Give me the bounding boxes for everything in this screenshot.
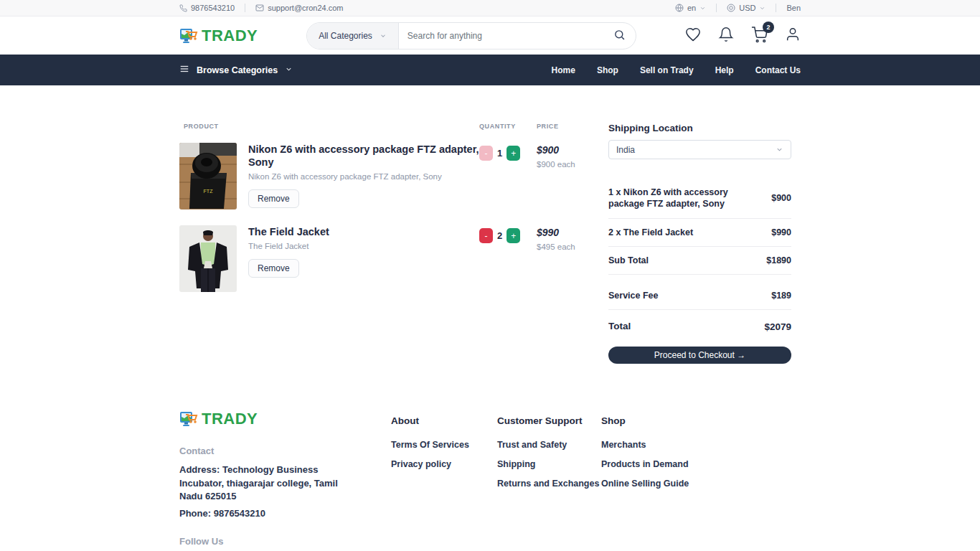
currency-value: USD (739, 4, 755, 12)
price-cell: $990 $495 each (537, 225, 581, 292)
footer-link-terms[interactable]: Terms Of Services (391, 440, 469, 450)
footer-link-privacy[interactable]: Privacy policy (391, 459, 451, 469)
user-name: Ben (786, 4, 801, 12)
category-dropdown[interactable]: All Categories (307, 23, 399, 49)
product-title: Nikon Z6 with accessory package FTZ adap… (248, 143, 479, 169)
summary-value: $1890 (766, 255, 791, 265)
product-subtitle: Nikon Z6 with accessory package FTZ adap… (248, 172, 479, 181)
price-cell: $900 $900 each (537, 143, 581, 209)
wishlist-button[interactable] (685, 27, 701, 44)
proceed-to-checkout-button[interactable]: Proceed to Checkout → (608, 347, 791, 364)
search-bar: All Categories (306, 22, 636, 50)
search-button[interactable] (609, 29, 636, 43)
cart-count-badge: 2 (763, 22, 774, 33)
order-summary-section: Shipping Location India 1 x Nikon Z6 wit… (608, 123, 791, 364)
nav-link-contact[interactable]: Contact Us (755, 65, 801, 75)
footer-link-shipping[interactable]: Shipping (497, 459, 535, 469)
nav-link-help[interactable]: Help (715, 65, 734, 75)
footer: TRADY Contact Address: Technology Busine… (0, 408, 980, 551)
address-text: Address: Technology Business Incubator, … (179, 463, 359, 504)
chevron-down-icon (380, 32, 387, 39)
summary-value: $2079 (764, 321, 791, 332)
chevron-down-icon (776, 146, 783, 154)
remove-item-button[interactable]: Remove (248, 189, 299, 208)
quantity-decrease-button[interactable]: - (479, 228, 493, 243)
nav-link-sell[interactable]: Sell on Trady (640, 65, 694, 75)
heart-icon (685, 27, 701, 44)
summary-value: $900 (771, 193, 791, 203)
divider (776, 4, 776, 12)
browse-categories-button[interactable]: Browse Categories (179, 64, 293, 76)
summary-line-item: 2 x The Field Jacket $990 (608, 219, 791, 247)
nav-link-shop[interactable]: Shop (597, 65, 618, 75)
footer-link-selling-guide[interactable]: Online Selling Guide (601, 479, 689, 489)
divider (716, 4, 717, 12)
product-title: The Field Jacket (248, 225, 479, 238)
product-image-jacket (179, 225, 237, 292)
footer-link-trust[interactable]: Trust and Safety (497, 440, 567, 450)
brand-logo[interactable]: TRADY (179, 25, 258, 47)
shipping-location-heading: Shipping Location (608, 123, 791, 133)
phone-text: Phone: 9876543210 (179, 508, 391, 519)
quantity-decrease-button[interactable]: - (479, 146, 493, 161)
shipping-location-value: India (616, 145, 635, 155)
summary-total: Total $2079 (608, 310, 791, 341)
footer-column-customer-support: Customer Support Trust and Safety Shippi… (497, 408, 601, 551)
user-icon (785, 27, 801, 44)
cart-item-row: The Field Jacket The Field Jacket Remove… (179, 225, 581, 292)
item-unit-price: $495 each (537, 242, 581, 251)
summary-label: Sub Total (608, 255, 649, 266)
quantity-increase-button[interactable]: + (507, 228, 520, 243)
quantity-increase-button[interactable]: + (507, 146, 520, 161)
column-header-product: PRODUCT (179, 123, 479, 130)
account-button[interactable] (785, 27, 801, 44)
brand-logo-icon (179, 25, 199, 47)
user-menu[interactable]: Ben (786, 4, 801, 12)
shipping-location-select[interactable]: India (608, 140, 791, 159)
summary-label: 2 x The Field Jacket (608, 227, 693, 238)
contact-heading: Contact (179, 446, 391, 456)
topbar: 9876543210 support@cron24.com en (0, 0, 980, 17)
cart-page: PRODUCT QUANTITY PRICE FTZ (0, 123, 980, 364)
footer-column-heading: About (391, 408, 497, 426)
topbar-phone-number: 9876543210 (191, 4, 235, 12)
footer-link-returns[interactable]: Returns and Exchanges (497, 479, 599, 489)
search-icon (613, 29, 626, 43)
footer-column-heading: Shop (601, 408, 801, 426)
phone-icon (179, 4, 187, 12)
summary-label: Service Fee (608, 290, 659, 301)
quantity-value: 2 (497, 228, 502, 241)
summary-value: $189 (771, 291, 791, 301)
summary-label: Total (608, 320, 631, 333)
notifications-button[interactable] (718, 27, 734, 44)
footer-link-merchants[interactable]: Merchants (601, 440, 646, 450)
footer-brand-logo[interactable]: TRADY (179, 408, 391, 430)
summary-service-fee: Service Fee $189 (608, 282, 791, 310)
browse-categories-label: Browse Categories (197, 65, 278, 75)
address-label: Address: (179, 464, 220, 475)
cart-items-section: PRODUCT QUANTITY PRICE FTZ (179, 123, 581, 308)
cart-button[interactable]: 2 (751, 27, 768, 45)
cart-item-row: FTZ Nikon Z6 with accessory package FTZ … (179, 143, 581, 209)
footer-contact-block: TRADY Contact Address: Technology Busine… (179, 408, 391, 551)
currency-selector[interactable]: USD (727, 4, 765, 12)
brand-logo-icon (179, 408, 199, 430)
topbar-phone: 9876543210 (179, 4, 235, 12)
topbar-email-text: support@cron24.com (268, 4, 343, 12)
footer-link-products-demand[interactable]: Products in Demand (601, 459, 689, 469)
globe-icon (675, 4, 684, 12)
topbar-email[interactable]: support@cron24.com (255, 4, 343, 12)
remove-item-button[interactable]: Remove (248, 259, 299, 278)
product-info: The Field Jacket The Field Jacket Remove (248, 225, 479, 292)
footer-column-shop: Shop Merchants Products in Demand Online… (601, 408, 801, 551)
quantity-stepper: - 2 + (479, 225, 537, 292)
chevron-down-icon (699, 5, 706, 11)
column-header-price: PRICE (537, 123, 581, 130)
category-dropdown-value: All Categories (319, 31, 372, 41)
nav-link-home[interactable]: Home (552, 65, 575, 75)
summary-value: $990 (771, 227, 791, 237)
search-input[interactable] (399, 23, 609, 49)
product-info: Nikon Z6 with accessory package FTZ adap… (248, 143, 479, 209)
language-selector[interactable]: en (675, 4, 706, 12)
bell-icon (718, 27, 734, 44)
